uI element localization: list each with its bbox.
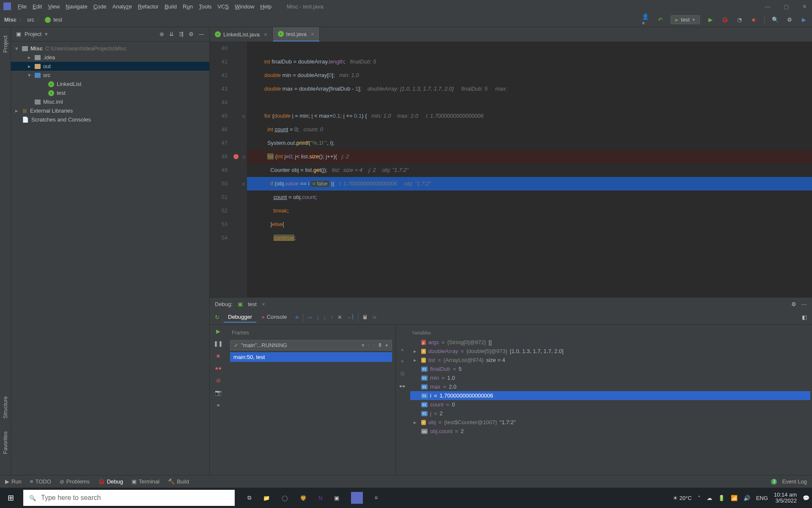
terminal-icon[interactable]: ▣ (334, 495, 339, 501)
mute-breakpoints-icon[interactable]: ⊘ (216, 377, 221, 384)
maximize-button[interactable]: ▢ (782, 2, 790, 11)
var-finaldub[interactable]: 01 finalDub = 5 (410, 364, 810, 373)
windows-search[interactable]: 🔍 Type here to search (23, 490, 235, 506)
view-breakpoints-icon[interactable]: ●● (215, 365, 222, 371)
menu-refactor[interactable]: Refactor (138, 3, 159, 10)
menu-analyze[interactable]: Analyze (112, 3, 132, 10)
menu-view[interactable]: View (48, 3, 60, 10)
tree-ext-libs[interactable]: ▸⫼External Libraries (11, 106, 209, 115)
start-button[interactable]: ⊞ (3, 493, 19, 502)
settings-icon[interactable]: ⚙ (189, 31, 194, 37)
wifi-icon[interactable]: 📶 (731, 495, 738, 501)
menu-vcs[interactable]: VCS (217, 3, 229, 10)
var-doublearray[interactable]: ▸≡ doubleArray = {double[5]@973} [1.0, 1… (410, 347, 810, 356)
coverage-button[interactable]: ◔ (735, 16, 743, 24)
frame-row[interactable]: main:50, test (230, 352, 392, 362)
force-step-into-icon[interactable]: ↓ (324, 314, 326, 320)
more-icon[interactable]: » (217, 402, 219, 408)
battery-icon[interactable]: 🔋 (718, 495, 725, 501)
problems-tool-tab[interactable]: ⊘ Problems (60, 478, 90, 485)
breadcrumb-file[interactable]: test (53, 17, 62, 23)
ide-features-icon[interactable]: ▶ (800, 16, 808, 24)
var-min[interactable]: 01 min = 1.0 (410, 373, 810, 382)
tree-root[interactable]: ▾ Misc C:\Users\seant\IdeaProjects\Misc (11, 44, 209, 53)
menu-help[interactable]: Help (260, 3, 272, 10)
breakpoint-gutter[interactable] (232, 41, 240, 297)
var-j[interactable]: 01 j = 2 (410, 409, 810, 418)
tab-linkedlist[interactable]: cLinkedList.java× (210, 27, 273, 41)
tray-chevron-icon[interactable]: ˄ (698, 495, 701, 501)
run-tool-tab[interactable]: ▶ Run (5, 478, 22, 485)
favorites-tool-tab[interactable]: Favorites (2, 431, 8, 454)
debug-tool-tab[interactable]: 🐞 Debug (98, 478, 123, 485)
add-user-icon[interactable]: 👤▾ (642, 16, 650, 24)
onedrive-icon[interactable]: ☁ (707, 495, 712, 501)
menu-file[interactable]: File (18, 3, 27, 10)
watch-icon[interactable]: 👓 (399, 383, 406, 389)
terminal-tool-tab[interactable]: ▣ Terminal (132, 478, 159, 485)
debug-close-icon[interactable]: × (262, 301, 265, 307)
step-into-icon[interactable]: ↓ (316, 314, 319, 320)
menu-window[interactable]: Window (235, 3, 254, 10)
var-obj[interactable]: ▸≡ obj = {test$Counter@1007} "1.7:2" (410, 418, 810, 427)
structure-tool-tab[interactable]: Structure (2, 396, 8, 419)
pause-icon[interactable]: ❚❚ (214, 340, 223, 347)
run-config-selector[interactable]: ▸ test ▾ (671, 15, 700, 24)
dell-icon[interactable]: ◯ (282, 495, 288, 501)
var-max[interactable]: 01 max = 2.0 (410, 382, 810, 391)
stop-button[interactable]: ■ (750, 16, 757, 24)
screenshot-icon[interactable]: 📷 (215, 389, 222, 396)
todo-tool-tab[interactable]: ≡ TODO (30, 478, 51, 485)
volume-icon[interactable]: 🔊 (743, 495, 750, 501)
tab-test[interactable]: ctest.java× (273, 27, 320, 41)
hide-icon[interactable]: — (199, 31, 204, 37)
close-icon[interactable]: × (264, 31, 267, 38)
menu-edit[interactable]: Edit (33, 3, 42, 10)
console-tab[interactable]: ▸ Console (258, 312, 291, 323)
project-tool-tab[interactable]: Project (2, 36, 8, 52)
project-view-label[interactable]: Project (25, 31, 41, 37)
settings-icon[interactable]: ⚙ (786, 16, 793, 24)
breadcrumb-root[interactable]: Misc (4, 17, 16, 23)
debug-hide-icon[interactable]: — (801, 301, 807, 307)
onenote-icon[interactable]: N (318, 495, 322, 501)
var-args[interactable]: p args = {String[0]@972} [] (410, 338, 810, 347)
intellij-icon[interactable] (351, 492, 363, 504)
notifications-icon[interactable]: 💬 (803, 495, 809, 501)
debug-button[interactable]: 🐞 (721, 16, 729, 24)
app-icon[interactable]: ⌗ (375, 494, 378, 501)
run-to-cursor-icon[interactable]: →ꟾ (346, 314, 354, 320)
run-button[interactable]: ▶ (707, 16, 714, 24)
menu-code[interactable]: Code (93, 3, 107, 10)
debug-settings-icon[interactable]: ⚙ (791, 301, 796, 307)
minimize-button[interactable]: — (763, 2, 772, 11)
evaluate-icon[interactable]: 🖩 (362, 314, 368, 320)
drop-frame-icon[interactable]: ✕ (337, 314, 342, 320)
copy-icon[interactable]: ⧉ (401, 370, 404, 377)
expand-all-icon[interactable]: ⇊ (169, 31, 174, 37)
task-view-icon[interactable]: ⧉ (247, 494, 251, 501)
fold-gutter[interactable]: ⊖⊖⊖ (240, 41, 247, 297)
tree-idea[interactable]: ▸.idea (11, 53, 209, 62)
search-icon[interactable]: 🔍 (771, 16, 779, 24)
brave-icon[interactable]: 🦁 (300, 495, 307, 501)
var-i[interactable]: 01 i = 1.7000000000000006 (410, 391, 810, 400)
collapse-all-icon[interactable]: ⇶ (179, 31, 184, 37)
close-icon[interactable]: × (311, 31, 314, 37)
tree-linkedlist[interactable]: cLinkedList (11, 80, 209, 88)
breadcrumb-src[interactable]: src (27, 17, 34, 23)
language-indicator[interactable]: ENG (756, 495, 768, 501)
resume-icon[interactable]: ▶ (216, 328, 220, 334)
menu-build[interactable]: Build (165, 3, 177, 10)
menu-tools[interactable]: Tools (199, 3, 211, 10)
threads-icon[interactable]: ≡ (295, 314, 299, 320)
var-count[interactable]: 01 count = 0 (410, 400, 810, 409)
explorer-icon[interactable]: 📁 (263, 495, 270, 501)
tree-src[interactable]: ▾src (11, 71, 209, 80)
clock[interactable]: 10:14 am 3/5/2022 (774, 492, 797, 504)
stop-icon[interactable]: ■ (217, 353, 220, 359)
line-gutter[interactable]: 404142434445464748495051525354 (210, 41, 232, 297)
var-objcount[interactable]: oo obj.count = 2 (410, 427, 810, 436)
event-log-tab[interactable]: Event Log (782, 478, 807, 485)
step-over-icon[interactable]: ⤻ (307, 314, 312, 320)
